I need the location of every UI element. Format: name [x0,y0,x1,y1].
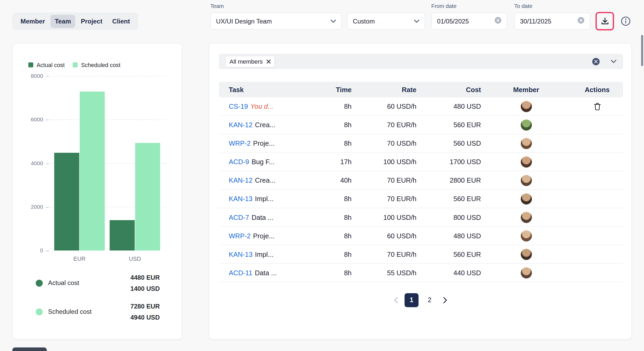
time-cell: 8h [318,213,352,221]
tab-team[interactable]: Team [51,15,75,28]
tab-client[interactable]: Client [108,15,134,28]
member-avatar[interactable] [520,212,532,223]
bar-scheduled-usd[interactable] [135,143,160,250]
task-key-link[interactable]: ACD-11 [229,269,252,276]
task-key-link[interactable]: KAN-13 [229,195,253,202]
table-row[interactable]: WRP-2Proje... 8h 70 USD/h 560 USD [219,134,623,153]
next-page-icon[interactable] [441,293,450,307]
task-key-link[interactable]: KAN-12 [229,176,253,184]
table-row[interactable]: ACD-9Bug F... 17h 100 USD/h 1700 USD [219,153,623,171]
table-row[interactable]: KAN-13Impl... 8h 70 EUR/h 560 EUR [219,190,623,208]
task-key-link[interactable]: ACD-7 [229,213,249,221]
cost-cell: 560 EUR [416,121,481,129]
task-title: Impl... [255,250,273,258]
rate-cell: 70 EUR/h [352,250,416,258]
bar-chart-plot: EUR USD [49,76,165,250]
task-title: Proje... [253,139,274,147]
table-row[interactable]: KAN-13Impl... 8h 70 EUR/h 560 EUR [219,245,623,264]
clear-all-filters-icon[interactable] [592,57,600,65]
vertical-scrollbar[interactable] [641,35,643,66]
task-key-link[interactable]: ACD-9 [229,158,249,165]
prev-page-icon[interactable] [391,293,400,307]
clear-to-date-icon[interactable] [577,17,584,26]
cost-cell: 800 USD [416,213,481,221]
summary-scheduled-cost: Scheduled cost 7280 EUR 4940 USD [36,300,160,323]
rate-cell: 70 EUR/h [352,195,416,203]
header-actions: Actions [571,86,623,93]
team-select[interactable]: UX/UI Design Team [210,13,342,30]
header-member: Member [481,86,571,93]
time-cell: 40h [318,176,352,184]
member-avatar[interactable] [520,193,532,204]
tab-project[interactable]: Project [77,15,107,28]
table-row[interactable]: KAN-12Crea... 40h 70 EUR/h 2800 EUR [219,171,623,190]
from-date-input[interactable]: 01/05/2025 [431,13,507,30]
time-cell: 8h [318,121,352,129]
task-key-link[interactable]: KAN-13 [229,250,253,258]
bar-scheduled-eur[interactable] [80,92,105,250]
scheduled-cost-dot [36,308,42,315]
page-button-1[interactable]: 1 [405,293,419,307]
rate-cell: 60 USD/h [352,232,416,240]
gridline [48,76,166,77]
member-avatar[interactable] [520,230,532,241]
filter-expand-chevron-icon[interactable] [611,60,617,63]
cost-cell: 2800 EUR [416,176,481,184]
task-title: Impl... [255,195,273,202]
rate-cell: 70 USD/h [352,139,416,147]
tab-member[interactable]: Member [16,15,49,28]
report-type-tabs: Member Team Project Client [12,13,138,30]
chip-label: All members [230,58,263,65]
table-row[interactable]: ACD-7Data ... 8h 100 USD/h 800 USD [219,208,623,227]
cost-cell: 560 USD [416,139,481,147]
task-key-link[interactable]: WRP-2 [229,232,251,239]
rate-cell: 70 EUR/h [352,121,416,129]
member-avatar[interactable] [520,175,532,186]
cutoff-element [12,347,47,351]
chevron-down-icon [331,19,336,23]
table-header-row: Task Time Rate Cost Member Actions [219,82,623,97]
y-axis-tick: 2000 [14,204,43,210]
export-highlight-box [595,12,614,30]
member-avatar[interactable] [520,101,532,112]
member-filter-bar[interactable]: All members [219,54,623,69]
cost-cell: 440 USD [416,269,481,277]
time-cell: 8h [318,232,352,240]
summary-actual-cost: Actual cost 4480 EUR 1400 USD [36,272,160,295]
table-row[interactable]: CS-19You d... 8h 60 USD/h 480 USD [219,97,623,116]
delete-row-button[interactable] [594,102,600,110]
task-key-link[interactable]: CS-19 [229,102,248,110]
period-select[interactable]: Custom [347,13,425,30]
time-cell: 8h [318,102,352,110]
table-row[interactable]: KAN-12Crea... 8h 70 EUR/h 560 EUR [219,116,623,134]
download-button[interactable] [600,17,609,26]
member-avatar[interactable] [520,249,532,260]
table-row[interactable]: ACD-11Data ... 8h 55 USD/h 440 USD [219,264,623,282]
member-avatar[interactable] [520,119,532,130]
clear-from-date-icon[interactable] [495,17,501,26]
summary-values: 7280 EUR 4940 USD [130,301,160,323]
app-viewport: Member Team Project Client Team UX/UI De… [0,0,644,351]
time-cell: 8h [318,269,352,277]
page-button-2[interactable]: 2 [423,293,437,307]
to-date-label: To date [514,3,532,9]
cost-cell: 480 USD [416,102,481,110]
rate-cell: 60 USD/h [352,102,416,110]
y-axis-tick: 8000 [14,73,43,79]
summary-label: Actual cost [48,279,79,287]
all-members-chip[interactable]: All members [225,56,274,67]
table-row[interactable]: WRP-2Proje... 8h 60 USD/h 480 USD [219,227,623,245]
to-date-input[interactable]: 30/11/2025 [514,13,590,30]
rate-cell: 100 USD/h [352,213,416,221]
bar-actual-usd[interactable] [110,220,135,250]
member-avatar[interactable] [520,267,532,278]
task-key-link[interactable]: WRP-2 [229,139,251,147]
chip-remove-icon[interactable] [266,59,271,64]
member-avatar[interactable] [520,156,532,167]
info-button[interactable] [620,16,631,27]
member-avatar[interactable] [520,138,532,149]
task-title: Crea... [255,176,275,184]
cost-cell: 560 EUR [416,250,481,258]
task-key-link[interactable]: KAN-12 [229,121,253,128]
bar-actual-eur[interactable] [54,153,79,250]
